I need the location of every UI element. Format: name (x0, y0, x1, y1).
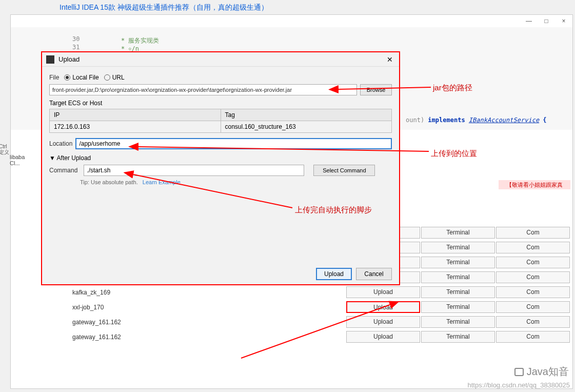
file-path-input[interactable]: front-provider.jar,D:\pro\orgnization-wx… (49, 84, 357, 95)
upload-link[interactable]: Upload (346, 331, 420, 343)
table-row: kafka_zk_169UploadTerminalCom (62, 285, 570, 300)
code-comment: * 服务实现类 * ￮/n (121, 36, 159, 52)
side-label-alibaba[interactable]: libaba Cl... (10, 154, 33, 166)
upload-link-highlighted[interactable]: Upload (346, 301, 420, 313)
upload-link[interactable]: Upload (346, 316, 420, 328)
code-snippet: ount) implements IBankAccountService { (406, 116, 547, 124)
command-label: Command (49, 167, 77, 174)
command-link[interactable]: Com (496, 301, 570, 313)
table-row: gateway_161.162UploadTerminalCom (62, 329, 570, 344)
ip-header: IP (50, 109, 221, 121)
table-row: xxl-job_170UploadTerminalCom (62, 300, 570, 315)
table-row: gateway_161.162UploadTerminalCom (62, 315, 570, 329)
command-link[interactable]: Com (496, 257, 570, 268)
maximize-icon[interactable]: □ (538, 15, 555, 27)
cancel-button[interactable]: Cancel (356, 268, 392, 280)
upload-button[interactable]: Upload (316, 268, 352, 280)
dialog-titlebar: Upload ✕ (42, 52, 399, 67)
side-label-ctrl: Ctrl 定义 (0, 144, 9, 155)
terminal-link[interactable]: Terminal (421, 331, 495, 343)
command-link[interactable]: Com (496, 242, 570, 253)
annotation-upload-location: 上传到的位置 (431, 149, 477, 159)
top-link[interactable]: IntelliJ IDEA 15款 神级超级生通插件推荐（自用，真的超级生通） (60, 3, 268, 12)
ecs-table: IP Tag 172.16.0.163 consul.160_structure… (49, 109, 392, 133)
window-controls: — □ × (520, 15, 572, 27)
terminal-link[interactable]: Terminal (421, 257, 495, 268)
line-numbers: 30 31 (72, 35, 80, 52)
annotation-auto-exec: 上传完自动执行的脚步 (295, 205, 372, 215)
watermark-url: https://blog.csdn.net/qq_38380025 (468, 381, 570, 389)
tag-header: Tag (221, 109, 392, 121)
chevron-down-icon: ▼ (49, 154, 55, 162)
terminal-link[interactable]: Terminal (421, 316, 495, 328)
radio-local-file[interactable]: Local File (64, 74, 98, 81)
terminal-link[interactable]: Terminal (421, 301, 495, 313)
command-input[interactable]: ./start.sh (84, 165, 304, 176)
terminal-link[interactable]: Terminal (421, 286, 495, 298)
terminal-link[interactable]: Terminal (421, 242, 495, 253)
chat-icon (514, 368, 524, 376)
upload-link[interactable]: Upload (346, 286, 420, 298)
terminal-link[interactable]: Terminal (421, 227, 495, 239)
tag-value: consul.160_structure_163 (221, 121, 392, 132)
command-link[interactable]: Com (496, 227, 570, 239)
annotation-jar-path: jar包的路径 (433, 83, 472, 93)
command-link[interactable]: Com (496, 331, 570, 343)
dialog-title: Upload (58, 55, 385, 63)
radio-url[interactable]: URL (104, 74, 125, 81)
location-input[interactable]: /app/userhome (75, 138, 392, 149)
after-upload-section[interactable]: ▼ After Upload (49, 154, 392, 162)
browse-button[interactable]: Browse (360, 84, 392, 95)
learn-example-link[interactable]: Learn Example (143, 179, 181, 185)
ip-value: 172.16.0.163 (50, 121, 221, 132)
file-label: File (49, 74, 59, 81)
ad-banner[interactable]: 【敬请看小姐姐跟家真 (499, 180, 570, 189)
command-link[interactable]: Com (496, 271, 570, 283)
close-icon[interactable]: × (555, 15, 572, 27)
upload-dialog: Upload ✕ File Local File URL front-provi… (41, 51, 400, 285)
minimize-icon[interactable]: — (520, 15, 538, 27)
terminal-link[interactable]: Terminal (421, 271, 495, 283)
command-link[interactable]: Com (496, 286, 570, 298)
watermark: Java知音 (514, 365, 569, 379)
dialog-close-icon[interactable]: ✕ (385, 55, 395, 64)
location-label: Location (49, 140, 72, 147)
command-link[interactable]: Com (496, 316, 570, 328)
app-icon (46, 55, 54, 64)
target-ecs-label: Target ECS or Host (49, 100, 392, 107)
select-command-button[interactable]: Select Command (313, 165, 375, 176)
tip-text: Tip: Use absolute path. Learn Example (80, 179, 392, 185)
